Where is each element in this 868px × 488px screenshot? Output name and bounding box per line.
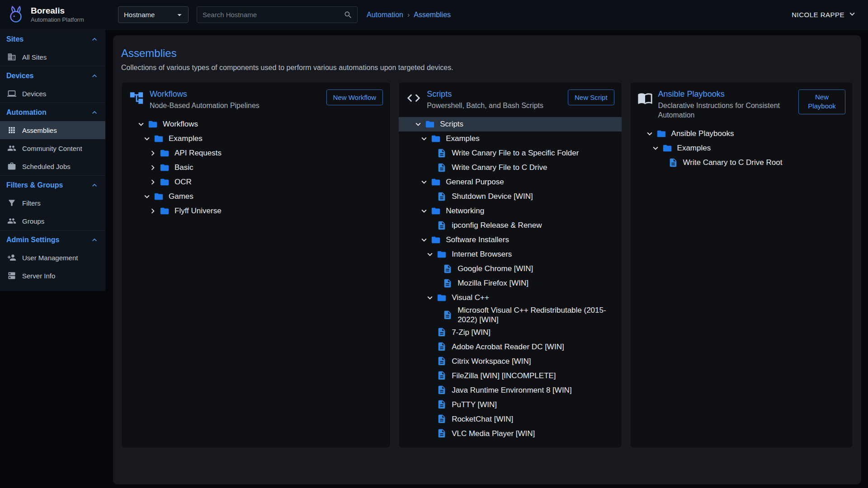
chevron-right-icon[interactable] <box>148 148 160 158</box>
dropdown-caret-icon <box>175 10 184 20</box>
search-icon[interactable] <box>344 10 353 19</box>
sidebar-section-automation: AutomationAssembliesCommunity ContentSch… <box>0 103 105 175</box>
tree-item-ocr[interactable]: OCR <box>122 175 390 189</box>
book-icon <box>637 90 653 106</box>
tree-item-flyff-universe[interactable]: Flyff Universe <box>122 204 390 218</box>
tree-item-adobe-acrobat-reader-dc-win[interactable]: Adobe Acrobat Reader DC [WIN] <box>399 339 621 354</box>
page-subtitle: Collections of various types of componen… <box>121 64 853 72</box>
hostname-select[interactable]: Hostname <box>118 6 189 23</box>
sidebar-section-header-automation[interactable]: Automation <box>0 103 105 121</box>
tree-item-examples[interactable]: Examples <box>399 131 621 146</box>
chevron-down-icon[interactable] <box>419 206 431 216</box>
chevron-down-icon[interactable] <box>419 177 431 187</box>
sidebar-item-server-info[interactable]: Server Info <box>0 267 105 285</box>
tree-item-putty-win[interactable]: PuTTY [WIN] <box>399 397 621 412</box>
tree-item-google-chrome-win[interactable]: Google Chrome [WIN] <box>399 262 621 276</box>
tree-item-write-canary-file-to-c-drive[interactable]: Write Canary File to C Drive <box>399 160 621 175</box>
chevron-down-icon[interactable] <box>651 143 662 153</box>
sidebar-item-community-content[interactable]: Community Content <box>0 139 105 157</box>
tree-item-label: Scripts <box>440 119 463 129</box>
chevron-down-icon[interactable] <box>425 249 437 259</box>
new-workflow-button[interactable]: New Workflow <box>326 89 383 105</box>
filters-icon <box>7 198 16 207</box>
chevron-down-icon[interactable] <box>413 119 425 129</box>
user-menu[interactable]: NICOLE RAPPE <box>792 9 857 20</box>
chevron-down-icon[interactable] <box>136 119 148 129</box>
tree-item-rocketchat-win[interactable]: RocketChat [WIN] <box>399 412 621 426</box>
tree-item-filezilla-win-incomplete[interactable]: FileZilla [WIN] [INCOMPLETE] <box>399 368 621 383</box>
chevron-down-icon[interactable] <box>419 235 431 245</box>
breadcrumb-automation[interactable]: Automation <box>367 11 403 19</box>
sidebar-item-user-management[interactable]: User Management <box>0 249 105 267</box>
tree-item-label: Write Canary to C Drive Root <box>683 158 783 167</box>
breadcrumb-assemblies[interactable]: Assemblies <box>414 11 451 19</box>
tree-item-networking[interactable]: Networking <box>399 204 621 218</box>
tree-item-workflows[interactable]: Workflows <box>122 117 390 131</box>
tree-item-label: OCR <box>175 177 192 187</box>
tree-item-ipconfig-release-renew[interactable]: ipconfig Release & Renew <box>399 218 621 233</box>
sidebar-item-label: Server Info <box>22 272 55 280</box>
tree-item-api-requests[interactable]: API Requests <box>122 146 390 160</box>
sidebar-item-label: Scheduled Jobs <box>22 163 71 170</box>
search-input[interactable] <box>202 10 344 19</box>
file-icon <box>437 327 448 337</box>
server-info-icon <box>7 271 16 280</box>
folder-icon <box>148 119 159 129</box>
chevron-down-icon[interactable] <box>645 129 656 139</box>
card-subtitle: Node-Based Automation Pipelines <box>150 101 317 111</box>
tree-item-citrix-workspace-win[interactable]: Citrix Workspace [WIN] <box>399 354 621 368</box>
tree-item-java-runtime-environment-8-win[interactable]: Java Runtime Environment 8 [WIN] <box>399 383 621 397</box>
sidebar-item-devices[interactable]: Devices <box>0 84 105 103</box>
tree-item-scripts[interactable]: Scripts <box>399 117 621 131</box>
tree-item-visual-c[interactable]: Visual C++ <box>399 291 621 305</box>
sidebar-item-all-sites[interactable]: All Sites <box>0 48 105 66</box>
tree-item-shutdown-device-win[interactable]: Shutdown Device [WIN] <box>399 189 621 204</box>
chevron-down-icon[interactable] <box>142 192 154 202</box>
chevron-down-icon[interactable] <box>419 134 431 144</box>
chevron-right-icon[interactable] <box>148 206 160 216</box>
chevron-up-icon <box>90 108 99 117</box>
section-label: Sites <box>6 35 24 43</box>
brand[interactable]: Borealis Automation Platform <box>0 5 105 25</box>
tree-item-vlc-media-player-win[interactable]: VLC Media Player [WIN] <box>399 426 621 441</box>
sidebar-section-header-devices[interactable]: Devices <box>0 66 105 84</box>
tree-item-internet-browsers[interactable]: Internet Browsers <box>399 247 621 262</box>
sidebar-item-scheduled-jobs[interactable]: Scheduled Jobs <box>0 157 105 175</box>
tree-item-mozilla-firefox-win[interactable]: Mozilla Firefox [WIN] <box>399 276 621 291</box>
section-label: Filters & Groups <box>6 181 63 189</box>
sidebar-section-header-sites[interactable]: Sites <box>0 30 105 48</box>
chevron-right-icon[interactable] <box>148 163 160 173</box>
tree-item-write-canary-file-to-a-specific-folder[interactable]: Write Canary File to a Specific Folder <box>399 146 621 160</box>
new-script-button[interactable]: New Script <box>568 89 614 105</box>
hostname-select-value: Hostname <box>124 11 155 19</box>
sidebar-section-header-admin-settings[interactable]: Admin Settings <box>0 230 105 249</box>
tree-item-examples[interactable]: Examples <box>122 131 390 146</box>
scripts-card-titles: Scripts Powershell, Batch, and Bash Scri… <box>427 89 559 111</box>
tree-item-label: Write Canary File to a Specific Folder <box>452 148 579 158</box>
sidebar-section-devices: DevicesDevices <box>0 66 105 103</box>
tree-item-ansible-playbooks[interactable]: Ansible Playbooks <box>630 127 853 141</box>
brand-title: Borealis <box>31 6 84 16</box>
tree-item-games[interactable]: Games <box>122 189 390 204</box>
tree-item-write-canary-to-c-drive-root[interactable]: Write Canary to C Drive Root <box>630 155 853 170</box>
tree-item-7-zip-win[interactable]: 7-Zip [WIN] <box>399 325 621 339</box>
tree-item-general-purpose[interactable]: General Purpose <box>399 175 621 189</box>
tree-item-examples[interactable]: Examples <box>630 141 853 155</box>
groups-icon <box>7 216 16 225</box>
tree-item-basic[interactable]: Basic <box>122 160 390 175</box>
sidebar-item-assemblies[interactable]: Assemblies <box>0 121 105 139</box>
tree-item-software-installers[interactable]: Software Installers <box>399 233 621 247</box>
breadcrumb: Automation › Assemblies <box>367 11 451 19</box>
sidebar-item-filters[interactable]: Filters <box>0 194 105 212</box>
chevron-down-icon[interactable] <box>142 134 154 144</box>
chevron-down-icon[interactable] <box>425 293 437 303</box>
folder-icon <box>431 235 442 245</box>
folder-icon <box>431 177 442 187</box>
assemblies-icon <box>7 126 16 135</box>
sidebar-item-label: Community Content <box>22 145 82 152</box>
chevron-right-icon[interactable] <box>148 177 160 187</box>
tree-item-microsoft-visual-c-redistributable-2015-2022-win[interactable]: Microsoft Visual C++ Redistributable (20… <box>399 305 621 325</box>
sidebar-item-groups[interactable]: Groups <box>0 212 105 230</box>
new-playbook-button[interactable]: New Playbook <box>798 89 845 114</box>
sidebar-section-header-filters-groups[interactable]: Filters & Groups <box>0 176 105 194</box>
